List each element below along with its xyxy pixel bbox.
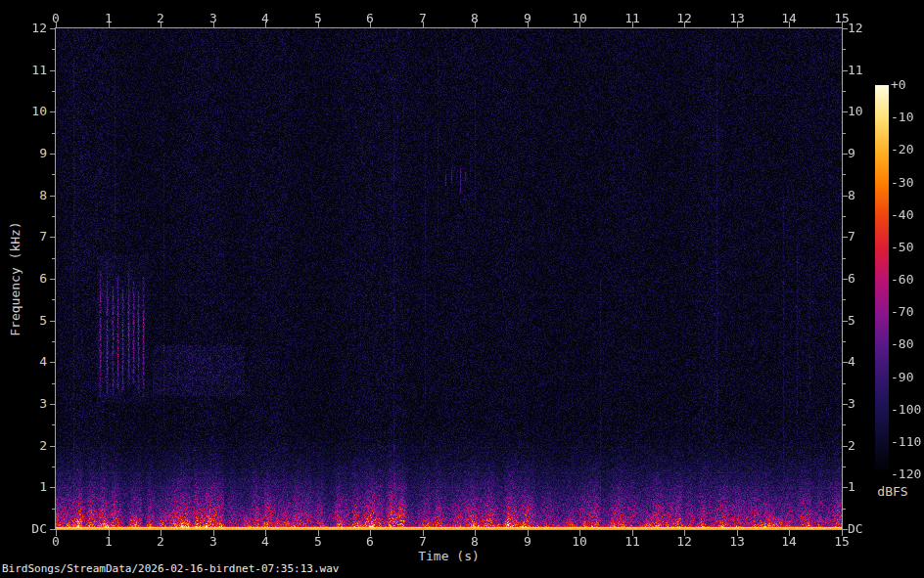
x-tick-label-top: 7 bbox=[403, 12, 442, 25]
y-tick-left bbox=[50, 28, 55, 29]
colorbar-tick-label: -50 bbox=[891, 241, 913, 254]
x-tick-label-top: 3 bbox=[194, 12, 233, 25]
x-tick-label-bottom: 2 bbox=[141, 535, 180, 549]
y-tick-left bbox=[50, 446, 55, 447]
colorbar bbox=[875, 85, 889, 474]
x-tick-label-bottom: 12 bbox=[665, 535, 704, 549]
y-minortick-left bbox=[52, 509, 55, 510]
spectrogram-figure: Frequency (kHz) Time (s) dBFS BirdSongs/… bbox=[0, 0, 924, 578]
colorbar-tick-label: -80 bbox=[891, 337, 913, 351]
colorbar-tick-label: +0 bbox=[891, 78, 906, 92]
y-minortick-right bbox=[843, 133, 846, 134]
y-minortick-right bbox=[843, 424, 846, 425]
y-minortick-left bbox=[52, 383, 55, 384]
y-tick-label-right: 9 bbox=[848, 147, 855, 160]
y-tick-left bbox=[50, 111, 55, 112]
y-minortick-right bbox=[843, 49, 846, 50]
y-minortick-left bbox=[52, 467, 55, 467]
x-tick-label-bottom: 7 bbox=[403, 535, 442, 549]
plot-frame bbox=[55, 27, 843, 530]
x-tick-label-top: 9 bbox=[508, 12, 547, 25]
y-tick-left bbox=[50, 237, 55, 238]
filename-label: BirdSongs/StreamData/2026-02-16-birdnet-… bbox=[2, 562, 339, 575]
y-minortick-right bbox=[843, 91, 846, 92]
y-tick-label-left: 12 bbox=[12, 22, 47, 35]
y-tick-label-left: 2 bbox=[12, 439, 47, 453]
colorbar-tick-label: -120 bbox=[891, 467, 921, 481]
y-minortick-right bbox=[843, 216, 846, 217]
y-minortick-left bbox=[52, 299, 55, 300]
colorbar-tick-label: -30 bbox=[891, 176, 913, 190]
x-tick-label-top: 10 bbox=[560, 12, 599, 25]
y-tick-label-left: 9 bbox=[12, 147, 47, 160]
y-minortick-right bbox=[843, 383, 846, 384]
colorbar-tick-label: -70 bbox=[891, 305, 913, 319]
y-tick-label-right: 11 bbox=[848, 64, 863, 77]
y-minortick-left bbox=[52, 133, 55, 134]
x-tick-label-bottom: 1 bbox=[89, 535, 128, 549]
y-tick-label-left: 1 bbox=[12, 480, 47, 494]
y-tick-label-left: 10 bbox=[12, 105, 47, 118]
y-tick-label-left: 6 bbox=[12, 272, 47, 286]
y-tick-label-right: 12 bbox=[848, 22, 863, 35]
colorbar-tick-label: -100 bbox=[891, 403, 921, 417]
y-minortick-left bbox=[52, 341, 55, 342]
y-minortick-left bbox=[52, 258, 55, 259]
x-tick-label-top: 8 bbox=[455, 12, 494, 25]
y-tick-label-left: DC bbox=[12, 522, 47, 536]
x-tick-label-top: 13 bbox=[717, 12, 757, 25]
x-tick-label-bottom: 15 bbox=[822, 535, 861, 549]
x-tick-label-bottom: 6 bbox=[350, 535, 390, 549]
y-minortick-right bbox=[843, 258, 846, 259]
colorbar-tick-label: -10 bbox=[891, 111, 913, 124]
x-tick-label-top: 6 bbox=[350, 12, 390, 25]
y-tick-label-right: 8 bbox=[848, 189, 855, 202]
y-tick-left bbox=[50, 529, 55, 530]
y-tick-label-right: 6 bbox=[848, 272, 855, 286]
y-tick-label-left: 8 bbox=[12, 189, 47, 202]
y-tick-label-left: 11 bbox=[12, 64, 47, 77]
y-minortick-right bbox=[843, 341, 846, 342]
x-tick-label-top: 4 bbox=[246, 12, 285, 25]
y-minortick-left bbox=[52, 91, 55, 92]
x-tick-label-bottom: 10 bbox=[560, 535, 599, 549]
y-tick-left bbox=[50, 70, 55, 71]
y-tick-label-right: 2 bbox=[848, 439, 855, 453]
y-tick-label-right: DC bbox=[848, 522, 863, 536]
y-tick-left bbox=[50, 362, 55, 363]
colorbar-unit-label: dBFS bbox=[865, 484, 920, 499]
x-tick-label-bottom: 4 bbox=[246, 535, 285, 549]
y-tick-left bbox=[50, 321, 55, 322]
x-tick-label-top: 5 bbox=[299, 12, 338, 25]
y-tick-label-left: 3 bbox=[12, 397, 47, 411]
y-tick-label-left: 5 bbox=[12, 314, 47, 328]
x-tick-label-bottom: 14 bbox=[769, 535, 808, 549]
y-tick-left bbox=[50, 196, 55, 197]
x-tick-label-bottom: 11 bbox=[613, 535, 652, 549]
x-tick-label-bottom: 9 bbox=[508, 535, 547, 549]
y-minortick-right bbox=[843, 467, 846, 467]
y-minortick-right bbox=[843, 299, 846, 300]
y-minortick-right bbox=[843, 509, 846, 510]
x-axis-title: Time (s) bbox=[390, 549, 508, 563]
colorbar-tick-label: -40 bbox=[891, 208, 913, 222]
y-tick-label-left: 4 bbox=[12, 355, 47, 369]
colorbar-tick-label: -60 bbox=[891, 273, 913, 287]
y-tick-label-right: 1 bbox=[848, 480, 855, 494]
x-tick-label-bottom: 8 bbox=[455, 535, 494, 549]
y-tick-label-right: 5 bbox=[848, 314, 855, 328]
y-tick-left bbox=[50, 154, 55, 155]
y-minortick-left bbox=[52, 216, 55, 217]
y-tick-label-right: 10 bbox=[848, 105, 863, 118]
y-tick-label-left: 7 bbox=[12, 230, 47, 244]
y-tick-left bbox=[50, 404, 55, 405]
x-tick-label-bottom: 13 bbox=[717, 535, 757, 549]
y-minortick-right bbox=[843, 174, 846, 175]
x-tick-label-top: 2 bbox=[141, 12, 180, 25]
y-tick-label-right: 4 bbox=[848, 355, 855, 369]
y-minortick-left bbox=[52, 424, 55, 425]
colorbar-tick-label: -90 bbox=[891, 371, 913, 384]
y-tick-left bbox=[50, 487, 55, 488]
x-tick-label-top: 12 bbox=[665, 12, 704, 25]
x-tick-label-top: 1 bbox=[89, 12, 128, 25]
